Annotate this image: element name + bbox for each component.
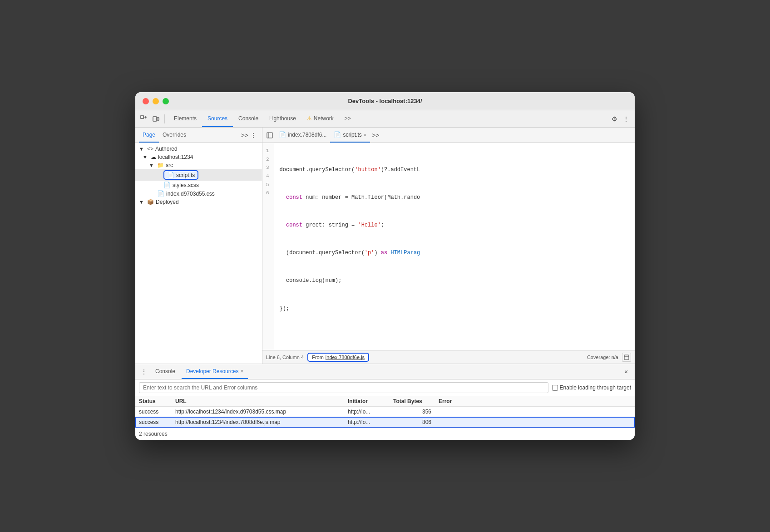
devtools-toolbar: Elements Sources Console Lighthouse ⚠ Ne… [135, 110, 635, 128]
tab-console[interactable]: Console [233, 110, 264, 127]
col-header-url: URL [172, 396, 344, 407]
coverage-icon-button[interactable] [622, 353, 631, 362]
expand-icon: ▼ [139, 199, 145, 205]
bottom-panel: ⋮ Console Developer Resources × × Enable… [135, 364, 635, 440]
code-content[interactable]: document.querySelector('button')?.addEve… [274, 143, 635, 350]
tree-styles-scss[interactable]: 📄 styles.scss [135, 181, 262, 189]
minimize-button[interactable] [153, 98, 159, 104]
col-header-status: Status [135, 396, 172, 407]
tab-developer-resources[interactable]: Developer Resources × [182, 364, 248, 379]
main-content: Page Overrides >> ⋮ ▼ <> Authored ▼ ☁ [135, 128, 635, 364]
source-file-link[interactable]: index.7808df6e.js [326, 355, 365, 360]
tree-src[interactable]: ▼ 📁 src [135, 161, 262, 169]
svg-rect-7 [624, 355, 629, 360]
expand-icon: ▼ [149, 163, 155, 168]
file-icon-script: 📄 [334, 131, 341, 138]
search-bar: Enable loading through target [135, 379, 635, 396]
inspect-icon[interactable] [139, 114, 149, 124]
svg-rect-0 [141, 116, 143, 118]
tree-deployed[interactable]: ▼ 📦 Deployed [135, 198, 262, 206]
panel-menu-button[interactable]: ⋮ [248, 132, 258, 139]
file-panel: Page Overrides >> ⋮ ▼ <> Authored ▼ ☁ [135, 128, 262, 364]
tab-overrides[interactable]: Overrides [159, 128, 190, 143]
status-bar: Line 6, Column 4 From index.7808df6e.js … [262, 350, 635, 364]
code-panel: 📄 index.7808df6... 📄 script.ts × >> 1 2 … [262, 128, 635, 364]
ts-file-icon: 📄 [167, 172, 174, 178]
expand-icon: ▼ [139, 146, 145, 152]
tree-localhost[interactable]: ▼ ☁ localhost:1234 [135, 153, 262, 161]
coverage-label: Coverage: n/a [587, 355, 618, 360]
code-line-5: console.log(num); [280, 276, 629, 285]
code-line-6: }); [280, 304, 629, 313]
code-tabs: 📄 index.7808df6... 📄 script.ts × >> [262, 128, 635, 143]
row2-initiator: http://lo... [344, 417, 390, 428]
row2-status: success [135, 417, 172, 428]
enable-loading-checkbox[interactable] [552, 385, 558, 391]
code-line-2: const num: number = Math.floor(Math.rand… [280, 193, 629, 202]
selected-file-highlight: 📄 script.ts [163, 170, 198, 180]
line-numbers: 1 2 3 4 5 6 [262, 143, 274, 350]
file-tree: ▼ <> Authored ▼ ☁ localhost:1234 ▼ 📁 src [135, 143, 262, 364]
tab-network[interactable]: ⚠ Network [301, 110, 339, 127]
table-row[interactable]: success http://localhost:1234/index.7808… [135, 417, 635, 428]
tab-more[interactable]: >> [339, 110, 356, 127]
dev-resources-close-button[interactable]: × [240, 368, 243, 374]
toolbar-right: ⚙ ⋮ [609, 114, 631, 124]
row1-error [435, 407, 635, 417]
host-icon: ☁ [151, 154, 156, 160]
row1-status: success [135, 407, 172, 417]
status-right: Coverage: n/a [587, 353, 631, 362]
tab-sources[interactable]: Sources [202, 110, 233, 127]
code-area: 1 2 3 4 5 6 document.querySelector('butt… [262, 143, 635, 350]
more-icon[interactable]: ⋮ [621, 114, 631, 124]
bottom-panel-close-button[interactable]: × [621, 367, 631, 377]
folder-icon: 📁 [157, 162, 164, 168]
settings-icon[interactable]: ⚙ [609, 114, 619, 124]
enable-loading-label: Enable loading through target [552, 384, 631, 391]
panel-tabs: Page Overrides >> ⋮ [135, 128, 262, 143]
titlebar: DevTools - localhost:1234/ [135, 92, 635, 110]
device-icon[interactable] [151, 114, 161, 124]
tree-script-ts[interactable]: 📄 script.ts [135, 169, 262, 181]
tree-authored[interactable]: ▼ <> Authored [135, 145, 262, 153]
col-header-initiator: Initiator [344, 396, 390, 407]
panel-more-icon[interactable]: >> [241, 132, 248, 139]
tab-elements[interactable]: Elements [168, 110, 202, 127]
row1-initiator: http://lo... [344, 407, 390, 417]
code-line-1: document.querySelector('button')?.addEve… [280, 165, 629, 174]
col-header-bytes: Total Bytes [390, 396, 435, 407]
scss-file-icon: 📄 [163, 182, 171, 188]
tab-script-ts[interactable]: 📄 script.ts × [330, 128, 370, 143]
search-input[interactable] [139, 382, 548, 393]
col-header-error: Error [435, 396, 635, 407]
file-icon-index: 📄 [279, 131, 286, 138]
svg-rect-5 [267, 133, 272, 138]
tab-console-bottom[interactable]: Console [151, 364, 180, 379]
devtools-window: DevTools - localhost:1234/ Elements Sour… [135, 92, 635, 440]
tab-page[interactable]: Page [139, 128, 159, 143]
bottom-menu-button[interactable]: ⋮ [139, 368, 149, 375]
toolbar-tabs: Elements Sources Console Lighthouse ⚠ Ne… [168, 110, 356, 127]
tab-lighthouse[interactable]: Lighthouse [264, 110, 301, 127]
tab-index-js[interactable]: 📄 index.7808df6... [275, 128, 330, 143]
tabs-more-button[interactable]: >> [372, 132, 379, 139]
warning-icon: ⚠ [307, 115, 312, 122]
toolbar-divider-1 [164, 114, 165, 123]
tree-index-css[interactable]: 📄 index.d9703d55.css [135, 189, 262, 198]
table-header: Status URL Initiator Total Bytes Error [135, 396, 635, 407]
row1-bytes: 356 [390, 407, 435, 417]
code-line-3: const greet: string = 'Hello'; [280, 221, 629, 230]
resources-count: 2 resources [135, 428, 635, 440]
css-file-icon: 📄 [157, 190, 164, 197]
table-row[interactable]: success http://localhost:1234/index.d970… [135, 407, 635, 417]
authored-icon: <> [147, 146, 153, 152]
maximize-button[interactable] [163, 98, 169, 104]
expand-icon: ▼ [143, 154, 149, 160]
resources-table: Status URL Initiator Total Bytes Error s… [135, 396, 635, 428]
source-from-label: From [312, 355, 324, 360]
tab-close-button[interactable]: × [364, 132, 366, 138]
row2-url: http://localhost:1234/index.7808df6e.js.… [172, 417, 344, 428]
close-button[interactable] [143, 98, 149, 104]
deployed-icon: 📦 [147, 199, 154, 205]
toggle-sidebar-button[interactable] [264, 130, 275, 141]
